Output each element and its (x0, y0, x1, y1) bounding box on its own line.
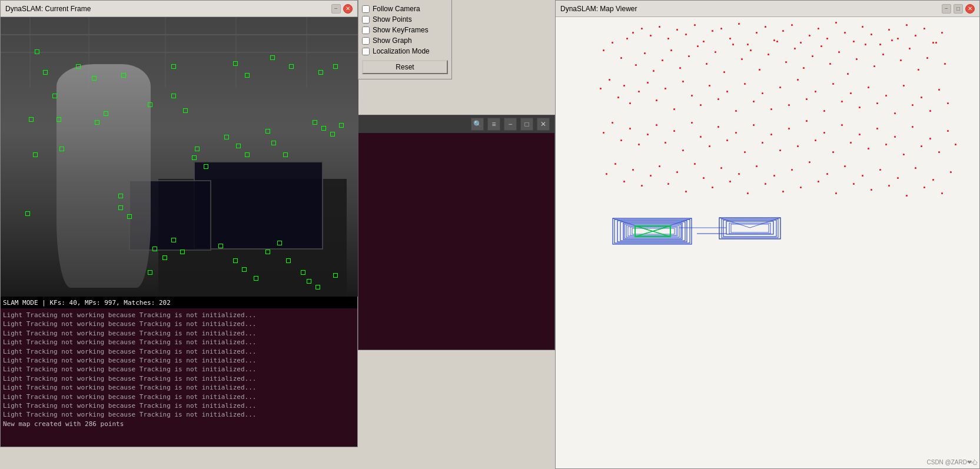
localization-mode-label: Localization Mode (373, 47, 430, 55)
console-line: Light Tracking not working because Track… (3, 320, 355, 328)
feature-point (118, 194, 123, 198)
follow-camera-checkbox[interactable] (362, 5, 370, 13)
feature-point (245, 73, 250, 78)
feature-point (339, 123, 344, 128)
feature-point (254, 276, 258, 281)
feature-point (148, 102, 152, 107)
map-viewer-window: DynaSLAM: Map Viewer − □ ✕ (555, 0, 980, 469)
camera-frames-right (679, 218, 780, 239)
console-line: Light Tracking not working because Track… (3, 393, 355, 401)
feature-point (92, 76, 97, 81)
console-output: Light Tracking not working because Track… (1, 308, 357, 447)
show-keyframes-label: Show KeyFrames (373, 26, 428, 34)
feature-point (162, 255, 167, 260)
svg-rect-26 (729, 223, 770, 234)
feature-point (318, 70, 323, 75)
console-line: Light Tracking not working because Track… (3, 356, 355, 365)
feature-point (25, 211, 30, 216)
show-points-item[interactable]: Show Points (362, 15, 448, 24)
camera-frames-left (613, 218, 692, 244)
close-button[interactable]: ✕ (343, 4, 353, 14)
feature-point (270, 55, 275, 60)
feature-point (29, 117, 34, 122)
feature-point (52, 94, 57, 98)
feature-point (224, 135, 229, 139)
maximize-button-terminal[interactable]: □ (520, 118, 533, 131)
feature-point (43, 70, 48, 75)
feature-point (307, 279, 311, 284)
console-line: Light Tracking not working because Track… (3, 401, 355, 410)
minimize-button[interactable]: − (331, 4, 341, 14)
ceiling-svg (1, 17, 358, 88)
feature-point (171, 238, 176, 242)
current-frame-titlebar: DynaSLAM: Current Frame − ✕ (1, 1, 357, 17)
localization-mode-item[interactable]: Localization Mode (362, 47, 448, 55)
feature-point (289, 64, 294, 69)
feature-point (121, 73, 126, 78)
svg-rect-28 (731, 224, 769, 232)
svg-rect-27 (722, 219, 778, 238)
show-keyframes-item[interactable]: Show KeyFrames (362, 26, 448, 34)
terminal-body (358, 133, 554, 350)
feature-point (271, 141, 276, 145)
map-minimize-button[interactable]: − (942, 4, 951, 14)
feature-point (218, 244, 223, 248)
feature-point (171, 94, 176, 98)
feature-point (283, 152, 288, 157)
feature-point (277, 241, 282, 245)
show-graph-item[interactable]: Show Graph (362, 36, 448, 45)
feature-point (330, 132, 335, 137)
close-button-terminal[interactable]: ✕ (537, 118, 550, 131)
feature-point (171, 64, 176, 69)
show-graph-label: Show Graph (373, 36, 412, 45)
menu-button[interactable]: ≡ (487, 118, 500, 131)
current-frame-window: DynaSLAM: Current Frame − ✕ SLAM MODE | (0, 0, 358, 447)
console-line: Light Tracking not working because Track… (3, 383, 355, 392)
map-maximize-button[interactable]: □ (954, 4, 963, 14)
feature-point (313, 120, 317, 125)
feature-point (183, 108, 188, 113)
status-bar: SLAM MODE | KFs: 40, MPs: 997, Matches: … (1, 297, 357, 308)
map-close-button[interactable]: ✕ (965, 4, 975, 14)
feature-point (233, 61, 238, 66)
console-line: Light Tracking not working because Track… (3, 347, 355, 356)
controls-panel: Follow Camera Show Points Show KeyFrames… (358, 0, 452, 79)
current-frame-title: DynaSLAM: Current Frame (5, 5, 91, 13)
feature-point (301, 270, 305, 275)
feature-point (265, 250, 270, 254)
feature-point (104, 111, 108, 116)
feature-point (95, 120, 99, 125)
map-titlebar-buttons: − □ ✕ (942, 4, 975, 14)
console-line: Light Tracking not working because Track… (3, 365, 355, 374)
feature-point (192, 155, 197, 160)
feature-point (33, 152, 38, 157)
feature-point (245, 152, 250, 157)
console-line: Light Tracking not working because Track… (3, 338, 355, 347)
titlebar-buttons: − ✕ (331, 4, 353, 14)
show-graph-checkbox[interactable] (362, 37, 370, 45)
minimize-button-terminal[interactable]: − (504, 118, 517, 131)
console-line: Light Tracking not working because Track… (3, 374, 355, 383)
feature-point (195, 147, 200, 151)
feature-point (333, 273, 338, 278)
feature-point (333, 64, 338, 69)
show-points-label: Show Points (373, 15, 412, 24)
trajectory-svg (556, 17, 979, 468)
status-text: SLAM MODE | KFs: 40, MPs: 997, Matches: … (3, 299, 171, 307)
show-keyframes-checkbox[interactable] (362, 26, 370, 34)
follow-camera-label: Follow Camera (373, 5, 420, 13)
localization-mode-checkbox[interactable] (362, 48, 370, 55)
monitor-screen (194, 161, 323, 250)
console-last-line: New map created with 286 points (3, 420, 355, 428)
console-lines-container: Light Tracking not working because Track… (3, 311, 355, 420)
follow-camera-item[interactable]: Follow Camera (362, 5, 448, 13)
feature-point (321, 126, 326, 131)
feature-point (204, 164, 208, 169)
reset-button[interactable]: Reset (362, 60, 448, 74)
feature-point (286, 258, 291, 263)
search-button[interactable]: 🔍 (471, 118, 484, 131)
feature-point (57, 117, 61, 122)
show-points-checkbox[interactable] (362, 16, 370, 24)
console-line: Light Tracking not working because Track… (3, 410, 355, 419)
camera-view (1, 17, 358, 297)
